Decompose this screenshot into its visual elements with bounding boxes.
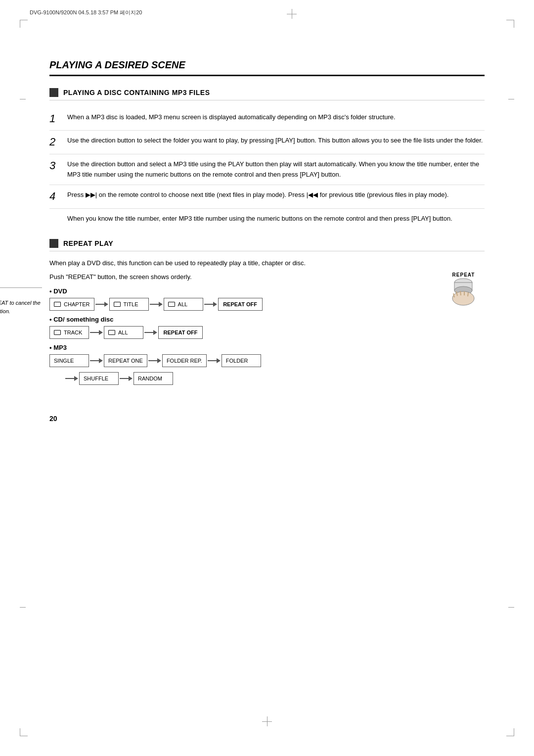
repeat-diagram-area: Push "REPEAT" button, the screen shows o…: [49, 272, 485, 385]
flow-label-repeat-off-dvd: REPEAT OFF: [223, 301, 257, 307]
repeat-icon-chapter: [54, 302, 61, 307]
dvd-flow-row: CHAPTER TITLE ALL: [49, 298, 485, 311]
section1-divider: [49, 100, 485, 100]
repeat-icon-track: [54, 330, 61, 335]
step-2-number: 2: [49, 136, 60, 148]
flow-box-track: TRACK: [49, 326, 89, 339]
flow-box-shuffle: SHUFFLE: [79, 372, 119, 385]
flow-box-all-dvd: ALL: [164, 298, 203, 311]
mp3-flow-row1: SINGLE REPEAT ONE FOLDER REP. FOLDER: [49, 354, 485, 367]
flow-label-folder-rep: FOLDER REP.: [167, 358, 202, 364]
step-3-content: Use the direction button and select a MP…: [67, 159, 485, 180]
flow-arrow-7: [147, 354, 162, 367]
step-4: 4 Press ▶▶| on the remote control to cho…: [49, 185, 485, 208]
flow-arrow-1: [94, 298, 109, 311]
flow-box-folder-rep: FOLDER REP.: [162, 354, 207, 367]
page-header: DVG-9100N/9200N 04.5.18 3:57 PM 페이지20: [30, 9, 504, 16]
section2-divider: [49, 251, 485, 251]
corner-mark-tr: [506, 20, 514, 28]
note-box: Note: Push REPEAT to cancel the repeat f…: [0, 287, 42, 315]
step-1-content: When a MP3 disc is loaded, MP3 menu scre…: [67, 112, 485, 125]
repeat-icon-title: [114, 302, 121, 307]
flow-arrow-3: [203, 298, 218, 311]
flow-arrow-10: [119, 372, 134, 385]
section2-title: REPEAT PLAY: [63, 239, 113, 247]
flow-box-title: TITLE: [109, 298, 149, 311]
step-4-note: When you know the title number, enter MP…: [49, 209, 485, 229]
flow-box-single: SINGLE: [49, 354, 89, 367]
note-text: Push REPEAT to cancel the repeat functio…: [0, 299, 42, 315]
corner-mark-tl: [20, 20, 28, 28]
cd-flow-row: TRACK ALL REPEAT OFF: [49, 326, 485, 339]
page-number: 20: [49, 415, 485, 423]
step-4-number: 4: [49, 190, 60, 203]
section2-square: [49, 239, 58, 248]
flow-box-random: RANDOM: [134, 372, 173, 385]
step-2-content: Use the direction button to select the f…: [67, 136, 485, 148]
section2-header: REPEAT PLAY: [49, 239, 485, 248]
flow-label-all-dvd: ALL: [178, 301, 188, 307]
flow-label-track: TRACK: [64, 330, 82, 335]
steps-container: 1 When a MP3 disc is loaded, MP3 menu sc…: [49, 107, 485, 229]
mp3-flow-row2: SHUFFLE RANDOM: [64, 372, 485, 385]
mp3-label: • MP3: [49, 344, 485, 351]
flow-label-single: SINGLE: [54, 358, 74, 364]
title-underline: [49, 75, 485, 76]
crosshair-top: [287, 9, 297, 19]
flow-box-chapter: CHAPTER: [49, 298, 94, 311]
section1-header: PLAYING A DISC CONTAINING MP3 FILES: [49, 88, 485, 97]
corner-mark-bl: [20, 728, 28, 736]
section1-square: [49, 88, 58, 97]
flow-label-random: RANDOM: [138, 376, 162, 381]
main-content: PLAYING A DESIRED SCENE PLAYING A DISC C…: [49, 30, 485, 432]
flow-label-folder: FOLDER: [226, 358, 248, 364]
step-3: 3 Use the direction button and select a …: [49, 154, 485, 186]
flow-label-repeat-off-cd: REPEAT OFF: [164, 330, 198, 335]
repeat-intro1: When play a DVD disc, this function can …: [49, 258, 485, 269]
flow-label-shuffle: SHUFFLE: [84, 376, 108, 381]
flow-label-repeat-one: REPEAT ONE: [108, 358, 143, 364]
flow-arrow-8: [207, 354, 222, 367]
flow-box-repeat-one: REPEAT ONE: [104, 354, 147, 367]
header-text: DVG-9100N/9200N 04.5.18 3:57 PM 페이지20: [30, 9, 142, 16]
flow-arrow-4: [89, 326, 104, 339]
corner-mark-br: [506, 728, 514, 736]
page-title: PLAYING A DESIRED SCENE: [49, 59, 485, 71]
section2: REPEAT PLAY When play a DVD disc, this f…: [49, 239, 485, 385]
side-mark-left-top: [20, 99, 26, 99]
section1-title: PLAYING A DISC CONTAINING MP3 FILES: [63, 89, 210, 96]
step-4-content: Press ▶▶| on the remote control to choos…: [67, 190, 485, 203]
repeat-intro2: Push "REPEAT" button, the screen shows o…: [49, 272, 485, 283]
repeat-icon-all-cd: [108, 330, 115, 335]
flow-arrow-2: [149, 298, 164, 311]
side-mark-right-top: [508, 99, 514, 99]
note-label: Note:: [0, 290, 42, 297]
flow-box-repeat-off-cd: REPEAT OFF: [158, 326, 203, 339]
step-2: 2 Use the direction button to select the…: [49, 131, 485, 154]
side-mark-right-bottom: [508, 607, 514, 608]
flow-label-chapter: CHAPTER: [64, 301, 90, 307]
flow-arrow-6: [89, 354, 104, 367]
step-1: 1 When a MP3 disc is loaded, MP3 menu sc…: [49, 107, 485, 131]
flow-box-all-cd: ALL: [104, 326, 143, 339]
repeat-icon-all: [168, 302, 175, 307]
crosshair-bottom: [262, 716, 272, 726]
flow-arrow-5: [143, 326, 158, 339]
flow-arrow-9: [64, 372, 79, 385]
flow-box-folder: FOLDER: [222, 354, 261, 367]
dvd-label: • DVD: [49, 287, 485, 295]
side-mark-left-bottom: [20, 607, 26, 608]
flow-label-title: TITLE: [124, 301, 138, 307]
step-1-number: 1: [49, 112, 60, 125]
flow-label-all-cd: ALL: [118, 330, 128, 335]
cd-label: • CD/ something disc: [49, 316, 485, 323]
repeat-button-label: REPEAT: [447, 272, 480, 278]
flow-box-repeat-off-dvd: REPEAT OFF: [218, 298, 263, 311]
step-3-number: 3: [49, 159, 60, 180]
